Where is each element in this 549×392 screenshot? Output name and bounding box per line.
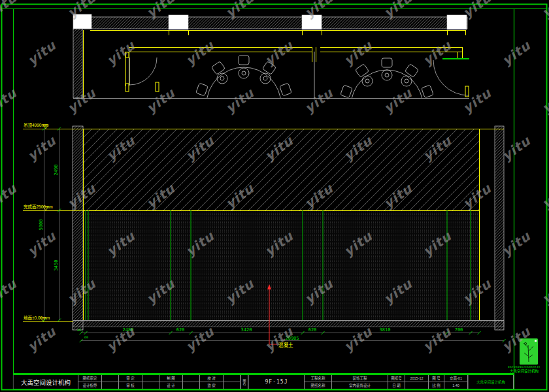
level-label-top: 吊顶4990mm	[24, 123, 48, 128]
plan-column	[447, 15, 467, 29]
dim-sub-60: 60	[84, 335, 88, 339]
sheet-values: 2015-12	[405, 375, 429, 389]
plan-left-wall	[73, 29, 82, 98]
logo-caption-cn: 大禹空间设计机构	[503, 369, 545, 374]
number-values: 立面-01 1:40	[444, 375, 468, 389]
label-fig-no: 图 号	[429, 375, 444, 382]
title-pair-review: 审 定 审 核	[119, 375, 142, 389]
label-supervise: 监 察	[200, 382, 223, 389]
dim-620b: 620	[308, 327, 317, 333]
value-project-name: 装饰工程	[332, 375, 388, 382]
stamp-company: 大禹空间设计机构	[468, 375, 514, 389]
label-check: 审 核	[119, 382, 142, 389]
label-approve: 图纸审定	[78, 375, 101, 382]
plan-door-arc-left	[129, 57, 157, 85]
dim-3450: 3450	[54, 260, 59, 271]
plan-wall-trim	[84, 30, 466, 98]
chairs-table-1	[196, 56, 292, 96]
number-labels: 图 号 比 例	[429, 375, 444, 389]
elev-floor-slab	[73, 321, 504, 327]
plan-door-arc-right	[433, 60, 469, 95]
dim-620a: 620	[176, 327, 185, 333]
drawing-code: 9F-15J	[248, 375, 305, 389]
dim-2490: 2490	[54, 165, 59, 176]
dim-700: 700	[455, 327, 463, 333]
label-design: 设 计	[159, 382, 182, 389]
sheet-labels: 图纸号 日 期	[388, 375, 405, 389]
dim-40: 40	[77, 328, 81, 332]
logo-captions: DAYUKONGJIANSHEJI 大禹空间设计机构	[503, 366, 545, 373]
empty-cell	[142, 375, 159, 389]
value-scale: 1:40	[444, 382, 467, 389]
title-pair-proof: 校 对 监 察	[200, 375, 224, 389]
plan-column	[302, 15, 322, 29]
empty-cell	[224, 375, 241, 389]
level-label-middle: 完成面2500mm	[24, 204, 53, 210]
label-proof: 校 对	[200, 375, 223, 382]
label-design-guide: 设计指导	[78, 382, 101, 389]
label-date: 日 期	[388, 382, 405, 389]
label-scale: 比 例	[429, 382, 444, 389]
empty-cell	[102, 375, 119, 389]
value-sheet-name: 室内装饰设计	[332, 382, 388, 389]
elevation-view	[73, 126, 504, 330]
company-name: 大禹空间设计机构	[13, 375, 78, 389]
elev-lower-zone	[83, 210, 479, 320]
title-pair-approval: 图纸审定 设计指导	[78, 375, 102, 389]
dim-3810: 3810	[380, 327, 391, 333]
label-sheet-name: 图纸名称	[305, 382, 331, 389]
project-values: 装饰工程 室内装饰设计	[332, 375, 388, 389]
title-block: 大禹空间设计机构 图纸审定 设计指导 审 定 审 核 制 图 设 计 校 对 监…	[13, 374, 514, 390]
chairs-table-2	[341, 58, 434, 98]
cad-canvas: 吊顶4990mm 完成面2500mm 地面±0.00mm 40 2480 620…	[0, 0, 549, 392]
dim-3420: 3420	[241, 327, 252, 333]
drawing-name-vertical-label: 图名	[241, 375, 248, 389]
project-labels: 工程名称 图纸名称	[305, 375, 332, 389]
label-verify: 审 定	[119, 375, 142, 382]
company-logo	[520, 338, 538, 365]
label-project-name: 工程名称	[305, 375, 331, 382]
value-fig-no: 立面-01	[444, 375, 467, 382]
title-pair-draft: 制 图 设 计	[159, 375, 183, 389]
plan-column	[169, 15, 188, 29]
elev-left-wall	[73, 126, 83, 330]
label-draft: 制 图	[159, 375, 182, 382]
value-date	[405, 382, 428, 389]
empty-cell	[183, 375, 200, 389]
elev-right-wall	[495, 126, 504, 330]
plan-top-wall	[82, 17, 467, 29]
dim-5000: 5000	[39, 220, 44, 231]
cad-drawing-screen: 吊顶4990mm 完成面2500mm 地面±0.00mm 40 2480 620…	[0, 0, 549, 392]
label-sheet-no: 图纸号	[388, 375, 405, 382]
value-sheet-no: 2015-12	[405, 375, 428, 382]
level-label-bottom: 地面±0.00mm	[24, 315, 50, 321]
dim-2480: 2480	[123, 327, 134, 333]
plan-column	[73, 14, 92, 29]
dim-total: 20985	[285, 336, 299, 341]
elev-upper-zone	[83, 129, 479, 210]
leader-label-concrete: 混凝土	[278, 342, 293, 348]
floor-plan-view	[73, 14, 469, 142]
